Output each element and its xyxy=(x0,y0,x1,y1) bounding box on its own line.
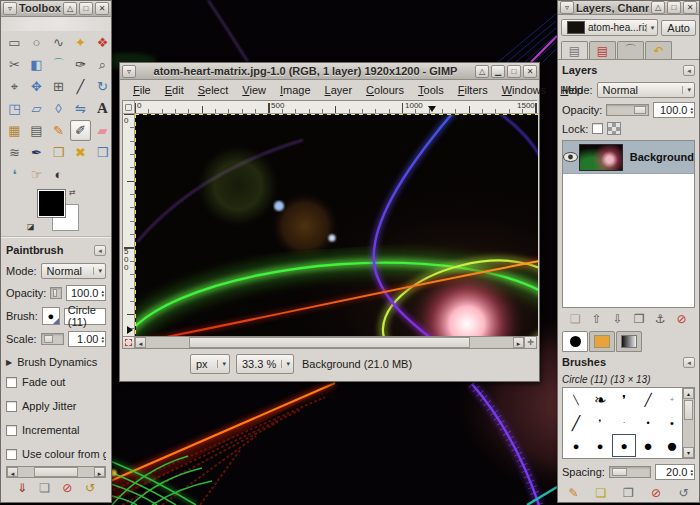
tool-clone[interactable]: ❒ xyxy=(48,142,69,163)
tool-eraser[interactable]: ▰ xyxy=(92,120,113,141)
brush-swatch[interactable]: • xyxy=(660,411,684,434)
tool-bucket-fill[interactable]: ▦ xyxy=(4,120,25,141)
brush-swatch[interactable]: ╱ xyxy=(636,388,660,411)
tool-free-select[interactable]: ∿ xyxy=(48,32,69,53)
tool-scale[interactable]: ◳ xyxy=(4,98,25,119)
tool-blur-sharpen[interactable]: ❛ xyxy=(4,164,25,185)
fade-out-option[interactable]: Fade out xyxy=(6,376,106,388)
maximize-icon[interactable]: □ xyxy=(667,1,681,14)
checkbox[interactable] xyxy=(6,449,17,460)
tool-pencil[interactable]: ✎ xyxy=(48,120,69,141)
brush-swatch[interactable]: ● xyxy=(660,434,684,457)
scale-spinner[interactable]: 1.00 ▴▾ xyxy=(68,331,106,347)
layers-dialog-titlebar[interactable]: ▿ Layers, Channels △ □ ✕ xyxy=(558,1,699,15)
tool-smudge[interactable]: ☞ xyxy=(26,164,47,185)
visibility-toggle[interactable] xyxy=(563,152,579,162)
brush-swatch[interactable]: • xyxy=(636,411,660,434)
tool-flip[interactable]: ⇋ xyxy=(70,98,91,119)
layer-mode-select[interactable]: Normal ▾ xyxy=(597,82,695,98)
brush-swatch-selected[interactable]: ● xyxy=(612,434,636,457)
new-layer-icon[interactable]: ❏ xyxy=(566,312,585,326)
opacity-slider[interactable] xyxy=(50,287,62,299)
horizontal-ruler[interactable]: 0 500 1000 1500 xyxy=(135,101,538,114)
auto-button[interactable]: Auto xyxy=(661,20,696,36)
options-hscrollbar[interactable]: ◂ ▸ xyxy=(6,466,106,478)
scroll-right-icon[interactable]: ▸ xyxy=(513,337,524,348)
scroll-up-icon[interactable]: ▴ xyxy=(683,388,694,399)
close-icon[interactable]: ✕ xyxy=(95,2,109,15)
canvas-hscrollbar[interactable]: ◂ ▸ xyxy=(135,337,524,348)
brush-swatch[interactable]: + xyxy=(660,388,684,411)
anchor-layer-icon[interactable]: ⚓ xyxy=(651,312,670,326)
menu-filters[interactable]: Filters xyxy=(451,82,495,98)
default-colors-icon[interactable]: ◪ xyxy=(27,222,35,231)
tool-paintbrush[interactable]: ✐ xyxy=(70,120,91,141)
menu-edit[interactable]: Edit xyxy=(158,82,191,98)
tool-select-by-color[interactable]: ❖ xyxy=(92,32,113,53)
scroll-thumb[interactable] xyxy=(189,337,469,348)
maximize-icon[interactable]: □ xyxy=(507,65,521,78)
spacing-spinner[interactable]: 20.0 ▴▾ xyxy=(655,464,695,480)
tool-rect-select[interactable]: ▭ xyxy=(4,32,25,53)
toolbox-titlebar[interactable]: ▿ Toolbox △ □ ✕ xyxy=(1,1,111,17)
navigation-button[interactable]: ✛ xyxy=(524,337,536,348)
menu-windows[interactable]: Windows xyxy=(495,82,554,98)
menu-tools[interactable]: Tools xyxy=(411,82,451,98)
brush-preview[interactable]: ● xyxy=(42,307,60,325)
lock-alpha-icon[interactable] xyxy=(607,122,621,135)
maximize-icon[interactable]: □ xyxy=(79,2,93,15)
brush-swatch[interactable]: ╲ xyxy=(564,388,588,411)
duplicate-layer-icon[interactable]: ❐ xyxy=(630,312,649,326)
tool-ellipse-select[interactable]: ○ xyxy=(26,32,47,53)
apply-jitter-option[interactable]: Apply Jitter xyxy=(6,400,106,412)
close-icon[interactable]: ✕ xyxy=(683,1,697,14)
tool-align[interactable]: ⊞ xyxy=(48,76,69,97)
tool-color-picker[interactable]: ✑ xyxy=(70,54,91,75)
brush-swatch[interactable]: ❜ xyxy=(612,388,636,411)
tool-perspective[interactable]: ◊ xyxy=(48,98,69,119)
delete-brush-icon[interactable]: ⊘ xyxy=(647,486,666,500)
spin-down-icon[interactable]: ▾ xyxy=(690,110,693,114)
layer-opacity-spinner[interactable]: 100.0 ▴▾ xyxy=(653,102,695,118)
menu-colours[interactable]: Colours xyxy=(359,82,411,98)
unit-select[interactable]: px ▾ xyxy=(190,354,230,374)
tool-paths[interactable]: ⌒ xyxy=(48,54,69,75)
menu-select[interactable]: Select xyxy=(191,82,236,98)
scroll-right-icon[interactable]: ▸ xyxy=(94,467,105,477)
shade-icon[interactable]: △ xyxy=(651,1,665,14)
brush-swatch[interactable]: ● xyxy=(588,434,612,457)
panel-collapse-icon[interactable]: ◂ xyxy=(683,357,695,368)
layer-opacity-slider[interactable] xyxy=(606,104,649,116)
checkbox[interactable] xyxy=(6,425,17,436)
tool-blend[interactable]: ▤ xyxy=(26,120,47,141)
channels-tab[interactable]: ▤ xyxy=(589,41,616,59)
tool-text[interactable]: A xyxy=(92,98,113,119)
scroll-down-icon[interactable]: ▾ xyxy=(683,447,694,458)
brush-swatch[interactable]: ● xyxy=(588,457,612,459)
tool-perspective-clone[interactable]: ❒ xyxy=(92,142,113,163)
checkbox[interactable] xyxy=(6,401,17,412)
tool-shear[interactable]: ▱ xyxy=(26,98,47,119)
swap-colors-icon[interactable]: ⇄ xyxy=(69,188,76,197)
checkbox[interactable] xyxy=(6,377,17,388)
raise-layer-icon[interactable]: ⇧ xyxy=(587,312,606,326)
patterns-tab[interactable] xyxy=(589,331,615,352)
scroll-left-icon[interactable]: ◂ xyxy=(135,337,146,348)
layers-tab[interactable]: ▤ xyxy=(561,41,588,59)
tool-scissors-select[interactable]: ✂ xyxy=(4,54,25,75)
opacity-spinner[interactable]: 100.0 ▴▾ xyxy=(66,285,106,301)
menu-help[interactable]: Help xyxy=(553,82,590,98)
use-colour-from-gradient-option[interactable]: Use colour from gradient xyxy=(6,448,106,460)
menu-layer[interactable]: Layer xyxy=(318,82,360,98)
panel-collapse-icon[interactable]: ◂ xyxy=(683,65,695,76)
tool-dodge-burn[interactable]: ◐ xyxy=(48,164,69,185)
menu-file[interactable]: File xyxy=(126,82,158,98)
scroll-thumb[interactable] xyxy=(34,467,78,477)
shade-icon[interactable]: △ xyxy=(475,65,489,78)
save-options-icon[interactable]: ⇓ xyxy=(12,481,32,495)
tool-heal[interactable]: ✖ xyxy=(70,142,91,163)
brush-swatch[interactable]: · xyxy=(612,411,636,434)
image-window-titlebar[interactable]: ▿ atom-heart-matrix.jpg-1.0 (RGB, 1 laye… xyxy=(120,63,539,80)
tool-move[interactable]: ✥ xyxy=(26,76,47,97)
brush-swatch[interactable]: ❧ xyxy=(588,388,612,411)
